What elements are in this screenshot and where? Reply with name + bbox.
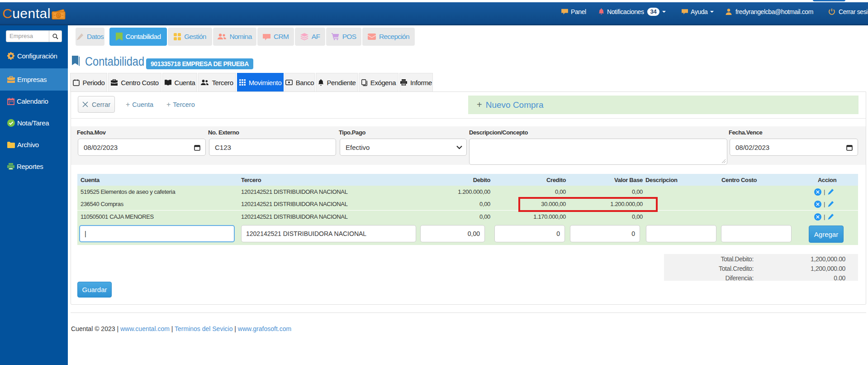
svg-text:S: S [57, 13, 60, 18]
